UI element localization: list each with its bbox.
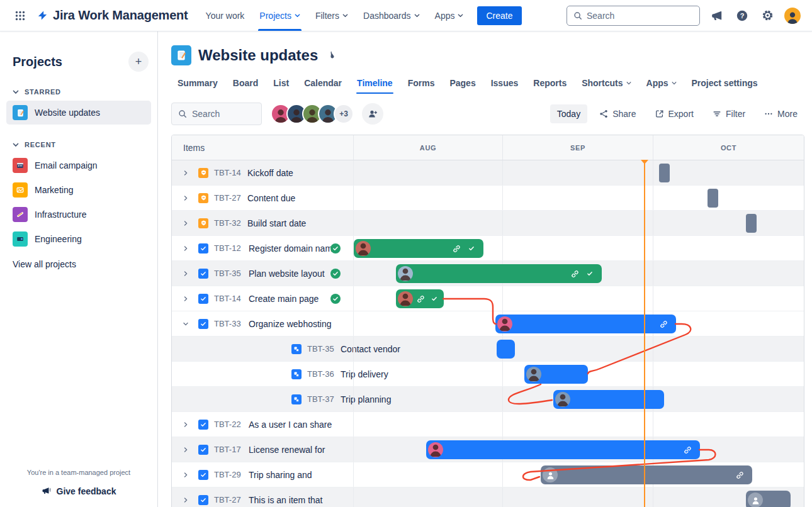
expand-chevron-icon[interactable]	[179, 494, 192, 506]
gantt-bar[interactable]	[553, 390, 664, 409]
expand-chevron-icon[interactable]	[179, 292, 192, 305]
issue-summary[interactable]: This is an item that	[249, 495, 323, 505]
nav-apps[interactable]: Apps	[429, 2, 470, 30]
row-chart-cell[interactable]	[353, 362, 804, 386]
tab-pages[interactable]: Pages	[443, 74, 482, 92]
nav-projects[interactable]: Projects	[253, 2, 307, 30]
milestone-bar[interactable]	[746, 214, 757, 233]
row-items-cell[interactable]: TBT-33Organize webhosting	[172, 311, 353, 336]
give-feedback-button[interactable]: Give feedback	[42, 486, 116, 496]
today-button[interactable]: Today	[550, 104, 587, 123]
row-chart-cell[interactable]	[353, 236, 804, 260]
nav-filters[interactable]: Filters	[309, 2, 354, 30]
share-button[interactable]: Share	[592, 104, 643, 123]
tab-reports[interactable]: Reports	[527, 74, 573, 92]
tab-shortcuts[interactable]: Shortcuts	[575, 74, 637, 92]
milestone-bar[interactable]	[659, 164, 670, 182]
tab-summary[interactable]: Summary	[171, 74, 224, 92]
issue-summary[interactable]: License renewal for	[249, 445, 325, 455]
sidebar-item-infrastructure[interactable]: Infrastructure	[6, 203, 151, 226]
expand-chevron-icon[interactable]	[179, 167, 192, 179]
row-chart-cell[interactable]	[353, 488, 804, 507]
row-chart-cell[interactable]	[353, 186, 804, 210]
row-items-cell[interactable]: TBT-14Create main page	[172, 286, 353, 311]
sidebar-item-marketing[interactable]: Marketing	[6, 178, 151, 202]
row-chart-cell[interactable]	[353, 437, 804, 462]
more-button[interactable]: More	[757, 104, 804, 123]
row-items-cell[interactable]: TBT-14Kickoff date	[172, 160, 353, 185]
row-chart-cell[interactable]	[353, 311, 804, 336]
expand-chevron-icon[interactable]	[179, 443, 192, 456]
gantt-bar[interactable]	[524, 365, 588, 384]
gantt-bar[interactable]	[396, 264, 602, 283]
filter-button[interactable]: Filter	[706, 104, 752, 123]
row-chart-cell[interactable]	[353, 261, 804, 286]
create-button[interactable]: Create	[477, 6, 521, 25]
row-items-cell[interactable]: TBT-35Contact vendor	[172, 337, 353, 361]
row-items-cell[interactable]: TBT-27Content due	[172, 186, 353, 210]
issue-summary[interactable]: Build start date	[247, 218, 306, 228]
row-chart-cell[interactable]	[353, 387, 804, 411]
export-button[interactable]: Export	[648, 104, 701, 123]
row-items-cell[interactable]: TBT-22As a user I can share	[172, 412, 353, 437]
row-chart-cell[interactable]	[353, 462, 804, 487]
issue-summary[interactable]: Register domain name	[249, 243, 337, 254]
row-items-cell[interactable]: TBT-32Build start date	[172, 211, 353, 235]
collapse-chevron-icon[interactable]	[179, 318, 192, 330]
row-items-cell[interactable]: TBT-27This is an item that	[172, 488, 353, 507]
gantt-bar[interactable]	[354, 239, 483, 258]
starred-section-toggle[interactable]: STARRED	[0, 88, 157, 96]
row-items-cell[interactable]: TBT-37Trip planning	[172, 387, 353, 411]
issue-summary[interactable]: Trip sharing and	[249, 470, 312, 480]
add-project-button[interactable]: +	[128, 52, 149, 72]
expand-chevron-icon[interactable]	[179, 469, 192, 481]
sidebar-item-website-updates[interactable]: Website updates	[6, 101, 151, 125]
gantt-bar[interactable]	[746, 491, 791, 507]
issue-summary[interactable]: Kickoff date	[247, 168, 293, 178]
notifications-icon[interactable]	[709, 8, 725, 24]
sidebar-item-email-campaign[interactable]: Email campaign	[6, 153, 151, 177]
row-items-cell[interactable]: TBT-17License renewal for	[172, 437, 353, 462]
row-items-cell[interactable]: TBT-36Trip delivery	[172, 362, 353, 386]
help-icon[interactable]: ?	[734, 8, 750, 24]
row-chart-cell[interactable]	[353, 211, 804, 235]
tab-timeline[interactable]: Timeline	[351, 74, 399, 92]
issue-summary[interactable]: Content due	[247, 193, 295, 203]
nav-your-work[interactable]: Your work	[200, 2, 251, 30]
user-avatar[interactable]	[784, 8, 801, 24]
recent-section-toggle[interactable]: RECENT	[0, 141, 157, 148]
tab-apps[interactable]: Apps	[640, 74, 683, 92]
issue-summary[interactable]: Plan website layout	[249, 269, 325, 279]
global-search[interactable]	[567, 6, 700, 26]
expand-chevron-icon[interactable]	[179, 418, 192, 431]
sidebar-item-engineering[interactable]: Engineering	[6, 227, 151, 251]
tab-issues[interactable]: Issues	[485, 74, 525, 92]
nav-dashboards[interactable]: Dashboards	[357, 2, 426, 30]
issue-summary[interactable]: Organize webhosting	[249, 319, 332, 329]
app-switcher-icon[interactable]	[10, 6, 30, 26]
settings-gear-icon[interactable]	[759, 8, 775, 24]
tab-calendar[interactable]: Calendar	[298, 74, 348, 92]
tab-forms[interactable]: Forms	[402, 74, 441, 92]
issue-summary[interactable]: Create main page	[249, 294, 319, 304]
edit-title-icon[interactable]	[326, 50, 336, 60]
milestone-bar[interactable]	[708, 189, 718, 208]
add-people-button[interactable]	[362, 103, 383, 125]
gantt-bar[interactable]	[497, 340, 515, 359]
tab-list[interactable]: List	[267, 74, 295, 92]
expand-chevron-icon[interactable]	[179, 192, 192, 204]
row-items-cell[interactable]: TBT-12Register domain name	[172, 236, 353, 260]
timeline-search-input[interactable]	[192, 109, 249, 119]
expand-chevron-icon[interactable]	[179, 242, 192, 255]
row-chart-cell[interactable]	[353, 286, 804, 311]
row-chart-cell[interactable]	[353, 160, 804, 185]
row-chart-cell[interactable]	[353, 412, 804, 437]
gantt-bar[interactable]	[396, 289, 444, 308]
issue-summary[interactable]: As a user I can share	[249, 420, 332, 430]
global-search-input[interactable]	[587, 11, 681, 21]
row-items-cell[interactable]: TBT-29Trip sharing and	[172, 462, 353, 487]
row-chart-cell[interactable]	[353, 337, 804, 361]
tab-project-settings[interactable]: Project settings	[685, 74, 764, 92]
gantt-bar[interactable]	[426, 440, 700, 459]
gantt-bar[interactable]	[541, 465, 752, 484]
